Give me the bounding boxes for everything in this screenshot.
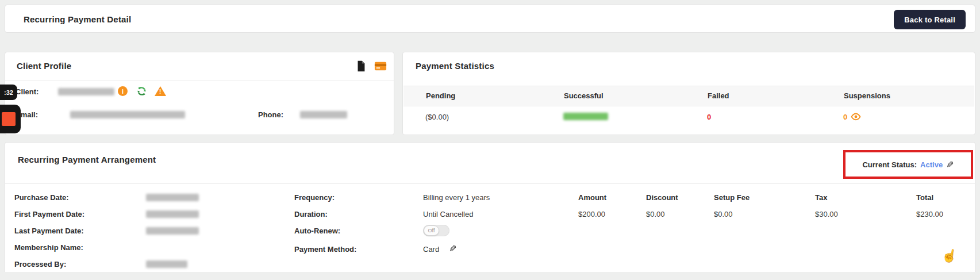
charge-value-total: $230.00 — [916, 210, 943, 218]
document-icon[interactable] — [355, 60, 367, 72]
frequency-value: Billing every 1 years — [423, 193, 490, 202]
charge-value-tax: $30.00 — [815, 210, 838, 218]
credit-card-icon[interactable] — [374, 60, 387, 72]
purchase-date-label: Purchase Date: — [14, 193, 69, 202]
duration-value: Until Cancelled — [423, 210, 473, 218]
charge-header-amount: Amount — [578, 193, 606, 202]
phone-value-redacted — [300, 111, 347, 118]
info-icon[interactable]: i — [118, 86, 128, 96]
last-payment-date-label: Last Payment Date: — [14, 227, 84, 235]
recording-timer-badge: :32 — [0, 85, 17, 100]
membership-name-label: Membership Name: — [14, 243, 83, 252]
eye-icon[interactable] — [851, 112, 861, 121]
charge-value-setup-fee: $0.00 — [714, 210, 733, 218]
stop-recording-icon — [2, 112, 16, 126]
current-status-label: Current Status: — [862, 160, 917, 169]
payment-statistics-card: Payment Statistics Pending Successful Fa… — [402, 52, 975, 135]
failed-value: 0 — [707, 113, 711, 121]
arrangement-card: Recurring Payment Arrangement Current St… — [5, 142, 975, 272]
stop-recording-button[interactable] — [0, 105, 21, 133]
duration-label: Duration: — [294, 210, 328, 218]
purchase-date-redacted — [146, 194, 199, 201]
charge-value-discount: $0.00 — [646, 210, 665, 218]
frequency-label: Frequency: — [294, 193, 335, 202]
charge-header-tax: Tax — [815, 193, 827, 202]
auto-renew-toggle[interactable]: Off — [423, 225, 449, 236]
recurring-member-icon[interactable] — [136, 86, 147, 97]
payment-method-label: Payment Method: — [294, 245, 356, 254]
stats-header-row: Pending Successful Failed Suspensions — [403, 86, 974, 106]
client-label: Client: — [16, 87, 39, 96]
page-header-bar: Recurring Payment Detail Back to Retail — [5, 5, 975, 33]
arrangement-title: Recurring Payment Arrangement — [18, 155, 156, 164]
client-card-divider — [5, 80, 394, 80]
client-name-redacted — [58, 88, 114, 95]
arrangement-divider — [5, 183, 975, 184]
payment-statistics-title: Payment Statistics — [416, 61, 494, 71]
charge-value-amount: $200.00 — [578, 210, 605, 218]
edit-payment-method-pencil-icon[interactable]: ✎ — [449, 243, 456, 254]
current-status-value: Active — [920, 160, 943, 169]
successful-value-redacted — [563, 113, 608, 120]
charge-header-total: Total — [916, 193, 933, 202]
suspensions-value: 0 — [843, 113, 847, 121]
first-payment-date-redacted — [146, 210, 199, 218]
auto-renew-label: Auto-Renew: — [294, 227, 340, 235]
charge-header-discount: Discount — [646, 193, 678, 202]
email-value-redacted — [70, 111, 185, 118]
stats-col-pending: Pending — [426, 91, 455, 100]
status-annotation-box: Current Status: Active ✎ — [843, 150, 973, 179]
processed-by-redacted — [146, 260, 187, 268]
auto-renew-toggle-state: Off — [424, 225, 439, 236]
stats-col-suspensions: Suspensions — [844, 91, 890, 100]
charge-header-setup-fee: Setup Fee — [714, 193, 750, 202]
stats-col-successful: Successful — [564, 91, 604, 100]
processed-by-label: Processed By: — [14, 260, 66, 269]
payment-method-value: Card — [423, 245, 439, 254]
last-payment-date-redacted — [146, 227, 199, 235]
page-title: Recurring Payment Detail — [24, 14, 131, 24]
client-profile-card: Client Profile Client: i Email: Phone: — [5, 52, 394, 135]
phone-label: Phone: — [258, 110, 283, 119]
back-to-retail-button[interactable]: Back to Retail — [894, 10, 966, 29]
warning-icon[interactable] — [155, 86, 166, 96]
client-profile-title: Client Profile — [17, 61, 71, 71]
pending-value: ($0.00) — [425, 113, 449, 121]
first-payment-date-label: First Payment Date: — [14, 210, 84, 218]
edit-status-pencil-icon[interactable]: ✎ — [946, 159, 954, 170]
stats-col-failed: Failed — [708, 91, 729, 100]
